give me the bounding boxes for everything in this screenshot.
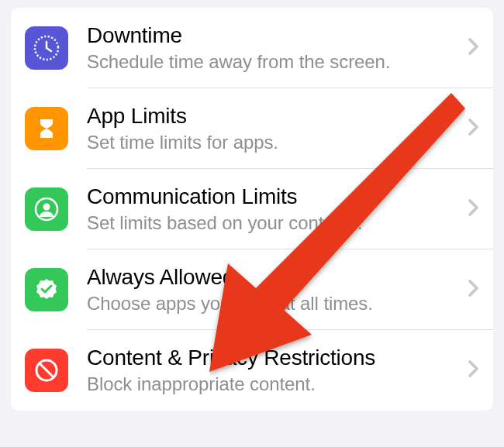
item-subtitle: Set time limits for apps. (87, 132, 462, 154)
no-entry-icon (25, 349, 68, 392)
text-content: Downtime Schedule time away from the scr… (87, 22, 462, 73)
item-subtitle: Schedule time away from the screen. (87, 51, 462, 74)
svg-line-4 (40, 363, 54, 377)
chevron-right-icon (468, 360, 479, 380)
contact-icon (25, 187, 68, 231)
svg-point-2 (43, 204, 50, 211)
text-content: Always Allowed Choose apps you want at a… (87, 264, 462, 315)
item-title: Downtime (87, 22, 462, 49)
clock-icon (25, 26, 68, 70)
settings-list: Downtime Schedule time away from the scr… (11, 8, 493, 411)
item-subtitle: Choose apps you want at all times. (87, 293, 462, 315)
text-content: App Limits Set time limits for apps. (87, 103, 462, 153)
text-content: Communication Limits Set limits based on… (87, 184, 462, 234)
list-item-always-allowed[interactable]: Always Allowed Choose apps you want at a… (11, 249, 493, 330)
list-item-communication-limits[interactable]: Communication Limits Set limits based on… (11, 169, 493, 249)
hourglass-icon (25, 107, 68, 150)
item-title: App Limits (87, 103, 462, 129)
item-subtitle: Set limits based on your contacts. (87, 212, 462, 235)
item-title: Always Allowed (87, 264, 462, 291)
list-item-downtime[interactable]: Downtime Schedule time away from the scr… (11, 8, 493, 88)
text-content: Content & Privacy Restrictions Block ina… (87, 345, 462, 395)
chevron-right-icon (468, 38, 479, 58)
chevron-right-icon (468, 280, 479, 300)
chevron-right-icon (468, 199, 479, 219)
list-item-app-limits[interactable]: App Limits Set time limits for apps. (11, 88, 493, 169)
item-title: Content & Privacy Restrictions (87, 345, 462, 371)
item-subtitle: Block inappropriate content. (87, 373, 462, 396)
check-badge-icon (25, 268, 68, 311)
list-item-content-privacy-restrictions[interactable]: Content & Privacy Restrictions Block ina… (11, 330, 493, 411)
item-title: Communication Limits (87, 184, 462, 210)
chevron-right-icon (468, 119, 479, 139)
